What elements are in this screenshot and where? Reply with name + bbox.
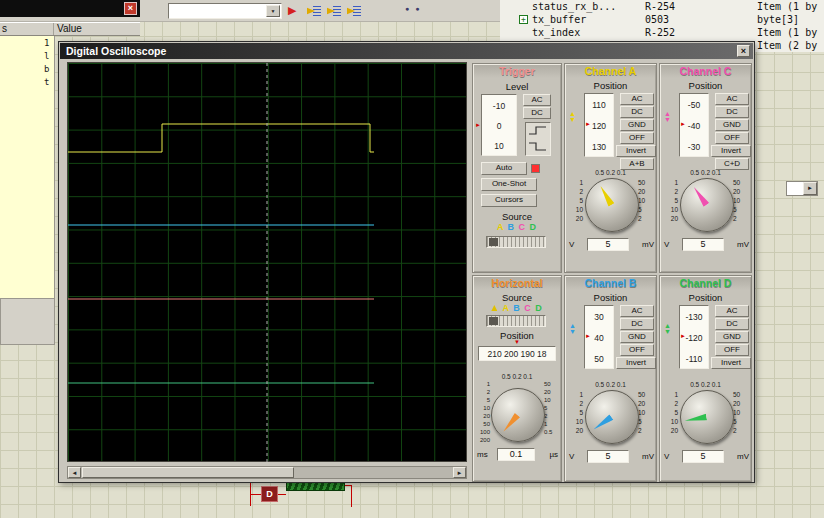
knob-scale-top: 0.5 0.2 0.1 [565,169,656,176]
invert-button[interactable]: Invert [711,145,751,157]
window-close-button[interactable]: × [737,45,750,57]
one-shot-button[interactable]: One-Shot [481,178,537,191]
dropdown-arrow-icon[interactable]: ▼ [266,5,280,17]
invert-button[interactable]: Invert [711,357,751,369]
position-arrows[interactable]: ▲ ▼ [569,323,576,335]
off-button[interactable]: OFF [715,344,749,356]
scope-hscrollbar[interactable]: ◄ ► [67,466,467,479]
dc-button[interactable]: DC [620,106,654,118]
horizontal-source-slider[interactable] [486,315,546,327]
watch-item-type: Item (2 by [757,40,817,51]
cursors-button[interactable]: Cursors [481,194,537,207]
schematic-wire [278,494,286,495]
step-out-icon[interactable] [346,3,364,19]
channel-d-title: Channel D [661,277,750,290]
schematic-component-d[interactable]: D [261,486,278,502]
source-channel-c[interactable]: C [524,303,532,313]
slider-thumb[interactable] [489,317,498,325]
unit-right: mV [737,240,749,249]
source-channel-b[interactable]: B [508,222,516,232]
ac-button[interactable]: AC [715,305,749,317]
watch-row[interactable]: tx_index R-252 Item (1 by [500,26,824,39]
step-arrow-icon [307,7,315,15]
level-label: Level [473,81,561,92]
ac-button[interactable]: AC [620,93,654,105]
auto-button[interactable]: Auto [481,162,527,175]
column-header-value[interactable]: Value [57,23,82,34]
source-channel-d[interactable]: D [530,222,538,232]
slider-thumb[interactable] [489,238,498,246]
step-over-icon[interactable] [326,3,344,19]
ac-button[interactable]: AC [620,305,654,317]
channel-a-title: Channel A [566,65,655,78]
off-button[interactable]: OFF [620,344,654,356]
gain-knob[interactable] [680,390,734,444]
watch-window-titlebar[interactable]: × [0,0,140,17]
source-channel-a[interactable]: A [497,222,504,232]
position-marker-icon: ► [680,121,686,127]
scroll-right-icon[interactable]: ► [453,467,466,478]
position-arrows[interactable]: ▲ ▼ [664,323,671,335]
watch-item-name: tx_buffer [532,14,586,25]
gain-knob[interactable] [680,178,734,232]
trigger-source-slider[interactable] [486,236,546,248]
invert-button[interactable]: Invert [616,357,656,369]
column-header-items[interactable]: s [2,23,7,34]
gnd-button[interactable]: GND [715,119,749,131]
gain-value: 5 [682,238,724,251]
source-channel-c[interactable]: C [519,222,527,232]
position-arrows[interactable]: ▲ ▼ [569,111,576,123]
scope-display [67,62,467,462]
watch-item-value: R-252 [645,27,675,38]
edge-select-control[interactable] [525,122,551,156]
window-titlebar[interactable]: Digital Oscilloscope × [60,43,753,59]
source-channel-a[interactable]: A [502,303,509,313]
watch-combo-box[interactable]: ▼ [168,3,282,19]
scroll-left-icon[interactable]: ◄ [68,467,81,478]
gain-knob[interactable] [585,390,639,444]
knob-scale-right: 50 20 10 5 2 [638,390,654,435]
watch-row[interactable]: + tx_buffer 0503 byte[3] [500,13,824,26]
level-marker-icon: ► [475,122,481,128]
column-divider[interactable] [53,23,54,35]
dc-button[interactable]: DC [715,106,749,118]
watch-row[interactable]: status_rx_b... R-254 Item (1 by [500,0,824,13]
position-label: Position [565,80,656,91]
off-button[interactable]: OFF [715,132,749,144]
run-icon[interactable]: ▶ [288,4,296,17]
timebase-value: 0.1 [497,448,535,461]
trigger-ac-button[interactable]: AC [523,94,551,106]
position-arrows[interactable]: ▲ ▼ [664,111,671,123]
gain-value: 5 [587,450,629,463]
unit-left: ms [477,450,488,459]
off-button[interactable]: OFF [620,132,654,144]
watch-close-button[interactable]: × [124,2,137,15]
timebase-knob[interactable] [491,388,545,442]
source-channel-b[interactable]: B [513,303,521,313]
position-marker-icon: ▼ [473,339,561,345]
step-into-icon[interactable] [306,3,324,19]
breakpoints-icon[interactable]: ● ● [405,5,421,12]
source-label: Source [473,211,561,222]
gnd-button[interactable]: GND [715,331,749,343]
gnd-button[interactable]: GND [620,331,654,343]
scroll-right-icon[interactable]: ► [803,182,817,195]
background-scrollbar[interactable]: ► [786,181,818,196]
expand-plus-icon[interactable]: + [519,15,528,24]
trigger-level-display[interactable]: -10 0 10 [481,94,517,156]
gain-knob[interactable] [585,178,639,232]
dc-button[interactable]: DC [715,318,749,330]
auto-led [531,164,540,173]
arrow-down-icon: ▼ [569,329,576,335]
dc-button[interactable]: DC [620,318,654,330]
knob-scale-right: 50 20 10 5 2 [733,178,749,223]
source-channel-d[interactable]: D [535,303,543,313]
scrollbar-thumb[interactable] [82,467,294,478]
trigger-dc-button[interactable]: DC [523,107,551,119]
gnd-button[interactable]: GND [620,119,654,131]
ac-button[interactable]: AC [715,93,749,105]
horizontal-position-display[interactable]: 210 200 190 18 [478,346,556,361]
unit-left: V [664,240,669,249]
position-marker-icon: ► [585,333,591,339]
invert-button[interactable]: Invert [616,145,656,157]
